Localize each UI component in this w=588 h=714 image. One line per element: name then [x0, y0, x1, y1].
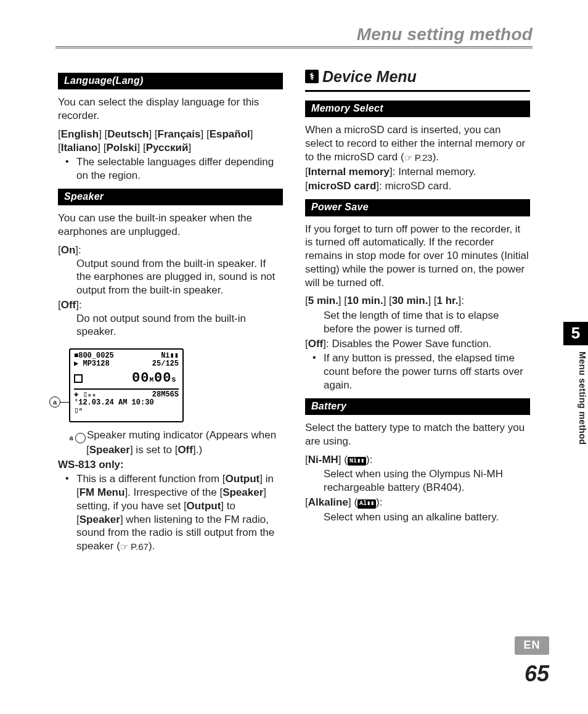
lcd-filecount: 25/125 [152, 360, 179, 368]
header-rule [55, 46, 533, 50]
right-column: ⚕ Device Menu Memory Select When a micro… [305, 67, 530, 558]
language-options: [English] [Deutsch] [Français] [Español]… [58, 128, 283, 155]
speaker-on-desc: Output sound from the built-in speaker. … [58, 257, 283, 297]
powersave-note: If any button is pressed, the elapsed ti… [309, 351, 530, 392]
powersave-off: [Off]: Disables the Power Save function. [305, 337, 530, 351]
lcd-callout-marker: a [49, 396, 69, 408]
battery-nimh-desc: Select when using the Olympus Ni-MH rech… [305, 467, 530, 494]
lcd-screen: ■800_0025 Ni▮▮ ▶ MP3128 25/125 00M00S ◈ … [69, 348, 184, 422]
battery-alk-desc: Select when using an alkaline battery. [305, 511, 530, 524]
lcd-time: 00M00S [132, 371, 179, 386]
powersave-times: [5 min.] [10 min.] [30 min.] [1 hr.]: [305, 294, 530, 308]
left-column: Language(Lang) You can select the displa… [58, 67, 283, 558]
callout-leader-line [60, 402, 69, 403]
device-menu-icon: ⚕ [305, 70, 319, 83]
lcd-remaining: 28M56S [152, 391, 179, 399]
page-number: 65 [525, 660, 549, 688]
battery-nimh-icon: Ni▮▮ [348, 457, 366, 466]
language-badge: EN [515, 636, 549, 655]
memory-intro: When a microSD card is inserted, you can… [305, 123, 530, 163]
battery-alk-icon: Al▮▮ [357, 499, 376, 509]
speaker-off-desc: Do not output sound from the built-in sp… [58, 312, 283, 339]
battery-nimh-label: [Ni-MH] (Ni▮▮): [305, 453, 530, 467]
ws813-note: This is a different function from [Outpu… [62, 472, 283, 553]
powersave-notes: If any button is pressed, the elapsed ti… [305, 351, 530, 392]
callout-a-text: aSpeaker muting indicator (Appears when … [69, 429, 283, 456]
pointer-icon: ☞ P.67 [120, 541, 149, 552]
lcd-speaker-status: ◈ ▯ₒₙ [74, 391, 96, 399]
speaker-off-label: [Off]: [58, 298, 283, 312]
lcd-datetime: '12.03.24 AM 10:30 [74, 399, 179, 407]
memory-opt-internal: [Internal memory]: Internal memory. [305, 165, 530, 179]
section-bar-battery: Battery [305, 398, 530, 415]
section-bar-powersave: Power Save [305, 199, 530, 216]
speaker-on-label: [On]: [58, 244, 283, 257]
inline-circle-a: a [75, 433, 86, 443]
stop-icon [74, 374, 83, 383]
language-notes: The selectable languages differ dependin… [58, 155, 283, 183]
battery-alk-label: [Alkaline] (Al▮▮): [305, 496, 530, 509]
language-intro: You can select the display language for … [58, 96, 283, 123]
ws813-heading: WS-813 only: [58, 458, 283, 472]
page-title: Menu setting method [357, 23, 533, 46]
language-note: The selectable languages differ dependin… [62, 155, 283, 183]
callout-circle-a: a [49, 396, 60, 408]
speaker-intro: You can use the built-in speaker when th… [58, 211, 283, 239]
lcd-illustration: a ■800_0025 Ni▮▮ ▶ MP3128 25/125 00M00S [69, 348, 283, 422]
device-menu-heading: ⚕ Device Menu [305, 67, 530, 86]
device-menu-underline [305, 90, 530, 92]
ws813-notes: This is a different function from [Outpu… [58, 472, 283, 553]
powersave-intro: If you forget to turn off power to the r… [305, 223, 530, 290]
chapter-tab: 5 [563, 322, 588, 345]
device-menu-title: Device Menu [322, 67, 417, 86]
memory-opt-sd: [microSD card]: microSD card. [305, 179, 530, 193]
pointer-icon: ☞ P.23 [404, 152, 433, 163]
powersave-times-desc: Set the length of time that is to elapse… [305, 309, 530, 336]
section-bar-memory: Memory Select [305, 101, 530, 117]
lcd-bottom: ▯ⁿ [74, 407, 179, 415]
section-bar-speaker: Speaker [58, 189, 283, 205]
lcd-format: ▶ MP3128 [74, 360, 110, 368]
section-bar-language: Language(Lang) [58, 73, 283, 89]
battery-intro: Select the battery type to match the bat… [305, 421, 530, 448]
content-columns: Language(Lang) You can select the displa… [58, 67, 530, 558]
chapter-tab-label: Menu setting method [563, 349, 588, 472]
